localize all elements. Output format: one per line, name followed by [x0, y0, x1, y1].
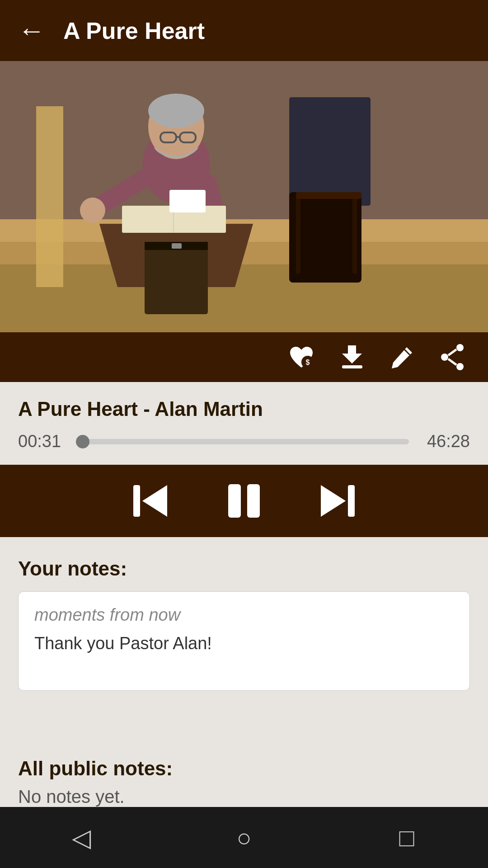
player-controls — [0, 465, 488, 537]
svg-text:$: $ — [306, 359, 310, 366]
pause-button[interactable] — [226, 481, 262, 521]
public-notes-label: All public notes: — [18, 757, 470, 780]
svg-rect-37 — [133, 485, 140, 517]
svg-rect-7 — [296, 192, 300, 274]
notes-label: Your notes: — [18, 557, 470, 580]
current-time: 00:31 — [18, 432, 68, 451]
svg-rect-24 — [145, 242, 208, 314]
download-button[interactable] — [340, 344, 365, 371]
progress-row: 00:31 46:28 — [18, 432, 470, 451]
svg-rect-4 — [36, 106, 63, 287]
svg-marker-38 — [142, 485, 167, 517]
share-button[interactable] — [439, 344, 465, 370]
nav-bar: ◁ ○ □ — [0, 807, 488, 868]
back-button[interactable]: ← — [18, 17, 45, 44]
notes-content: Thank you Pastor Alan! — [34, 634, 454, 653]
action-bar: $ — [0, 332, 488, 382]
svg-rect-40 — [247, 484, 260, 518]
svg-point-33 — [456, 363, 464, 370]
svg-rect-3 — [0, 264, 488, 332]
info-section: A Pure Heart - Alan Martin 00:31 46:28 — [0, 382, 488, 465]
total-time: 46:28 — [420, 432, 470, 451]
header: ← A Pure Heart — [0, 0, 488, 61]
svg-point-34 — [441, 354, 448, 361]
svg-line-35 — [448, 349, 456, 355]
svg-point-17 — [80, 198, 105, 223]
svg-rect-5 — [289, 97, 371, 206]
svg-rect-26 — [172, 243, 182, 249]
svg-rect-41 — [348, 485, 355, 517]
notes-box[interactable]: moments from now Thank you Pastor Alan! — [18, 591, 470, 691]
svg-point-12 — [148, 94, 204, 128]
notes-section: Your notes: moments from now Thank you P… — [0, 537, 488, 737]
svg-rect-29 — [342, 365, 362, 368]
svg-rect-23 — [169, 190, 206, 212]
svg-marker-42 — [321, 485, 346, 517]
sermon-title: A Pure Heart - Alan Martin — [18, 398, 470, 420]
nav-back-button[interactable]: ◁ — [61, 817, 102, 858]
nav-home-button[interactable]: ○ — [224, 817, 264, 858]
skip-previous-button[interactable] — [131, 481, 172, 521]
progress-thumb — [76, 435, 89, 448]
svg-marker-30 — [342, 345, 362, 363]
svg-point-32 — [456, 344, 464, 351]
no-notes-text: No notes yet. — [18, 787, 470, 807]
svg-rect-39 — [228, 484, 241, 518]
header-title: A Pure Heart — [63, 17, 205, 44]
edit-button[interactable] — [389, 345, 414, 370]
svg-rect-8 — [352, 192, 357, 274]
svg-line-36 — [448, 359, 456, 365]
svg-rect-9 — [296, 192, 361, 199]
nav-recents-button[interactable]: □ — [386, 817, 427, 858]
public-notes-section: All public notes: No notes yet. — [0, 757, 488, 807]
video-player[interactable] — [0, 61, 488, 332]
progress-bar[interactable] — [79, 439, 409, 444]
skip-next-button[interactable] — [316, 481, 357, 521]
video-thumbnail — [0, 61, 488, 332]
donate-button[interactable]: $ — [288, 345, 315, 370]
notes-placeholder: moments from now — [34, 605, 454, 625]
